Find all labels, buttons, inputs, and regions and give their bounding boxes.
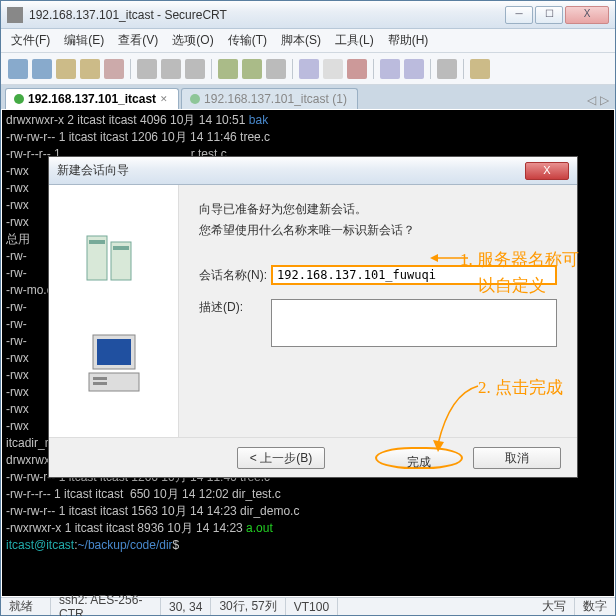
toolbar-icon[interactable] [437,59,457,79]
toolbar-icon[interactable] [32,59,52,79]
app-icon [7,7,23,23]
cancel-button[interactable]: 取消 [473,447,561,469]
menu-edit[interactable]: 编辑(E) [58,30,110,51]
status-num: 数字 [575,598,615,615]
status-size: 30行, 57列 [211,598,285,615]
svg-rect-7 [93,377,107,380]
menu-file[interactable]: 文件(F) [5,30,56,51]
menubar: 文件(F) 编辑(E) 查看(V) 选项(O) 传输(T) 脚本(S) 工具(L… [1,29,615,53]
annotation-2: 2. 点击完成 [478,376,563,399]
computer-icon [74,329,154,399]
status-ready: 就绪 [1,598,51,615]
tab-inactive[interactable]: 192.168.137.101_itcast (1) [181,88,358,109]
status-dot-icon [14,94,24,104]
dialog-intro-2: 您希望使用什么名称来唯一标识新会话？ [199,222,557,239]
dialog-close-button[interactable]: X [525,162,569,180]
menu-help[interactable]: 帮助(H) [382,30,435,51]
back-button[interactable]: < 上一步(B) [237,447,325,469]
toolbar-icon[interactable] [185,59,205,79]
svg-rect-8 [93,382,107,385]
dialog-intro-1: 向导已准备好为您创建新会话。 [199,201,557,218]
dialog-titlebar: 新建会话向导 X [49,157,577,185]
menu-script[interactable]: 脚本(S) [275,30,327,51]
server-icon [74,223,154,293]
description-input[interactable] [271,299,557,347]
svg-rect-5 [97,339,131,365]
toolbar-icon[interactable] [266,59,286,79]
toolbar-icon[interactable] [218,59,238,79]
toolbar-icon[interactable] [137,59,157,79]
menu-transfer[interactable]: 传输(T) [222,30,273,51]
toolbar-icon[interactable] [299,59,319,79]
toolbar-icon[interactable] [242,59,262,79]
description-label: 描述(D): [199,299,271,316]
new-session-wizard-dialog: 新建会话向导 X 向导已准备好为您创建新会话。 您希望使用什么名称来唯一标识新会… [48,156,578,478]
status-dot-icon [190,94,200,104]
window-title: 192.168.137.101_itcast - SecureCRT [29,8,505,22]
status-caps: 大写 [534,598,575,615]
tab-nav-right[interactable]: ▷ [598,91,611,109]
status-cursor: 30, 34 [161,598,211,615]
titlebar: 192.168.137.101_itcast - SecureCRT ─ ☐ X [1,1,615,29]
session-name-label: 会话名称(N): [199,267,271,284]
toolbar-icon[interactable] [161,59,181,79]
tab-close-icon[interactable]: ✕ [160,94,168,104]
tab-nav-left[interactable]: ◁ [585,91,598,109]
status-term: VT100 [286,598,338,615]
tab-label: 192.168.137.101_itcast [28,92,156,106]
maximize-button[interactable]: ☐ [535,6,563,24]
tab-label: 192.168.137.101_itcast (1) [204,92,347,106]
toolbar-icon[interactable] [347,59,367,79]
dialog-buttons: < 上一步(B) 完成 取消 [49,437,577,477]
svg-rect-2 [89,240,105,244]
toolbar-icon[interactable] [80,59,100,79]
toolbar-icon[interactable] [470,59,490,79]
toolbar-icon[interactable] [380,59,400,79]
finish-button[interactable]: 完成 [375,447,463,469]
dialog-title: 新建会话向导 [57,162,525,179]
annotation-1b: 以自定义 [478,274,546,297]
menu-tools[interactable]: 工具(L) [329,30,380,51]
svg-rect-3 [113,246,129,250]
toolbar-icon[interactable] [56,59,76,79]
tab-active[interactable]: 192.168.137.101_itcast ✕ [5,88,179,109]
toolbar-icon[interactable] [404,59,424,79]
minimize-button[interactable]: ─ [505,6,533,24]
annotation-1a: 1. 服务器名称可 [460,248,579,271]
toolbar-icon[interactable] [8,59,28,79]
toolbar [1,53,615,85]
toolbar-icon[interactable] [323,59,343,79]
dialog-content: 向导已准备好为您创建新会话。 您希望使用什么名称来唯一标识新会话？ 会话名称(N… [179,185,577,437]
dialog-banner [49,185,179,437]
status-security: ssh2: AES-256-CTR [51,598,161,615]
menu-options[interactable]: 选项(O) [166,30,219,51]
tabbar: 192.168.137.101_itcast ✕ 192.168.137.101… [1,85,615,109]
menu-view[interactable]: 查看(V) [112,30,164,51]
statusbar: 就绪 ssh2: AES-256-CTR 30, 34 30行, 57列 VT1… [1,597,615,615]
close-button[interactable]: X [565,6,609,24]
toolbar-icon[interactable] [104,59,124,79]
